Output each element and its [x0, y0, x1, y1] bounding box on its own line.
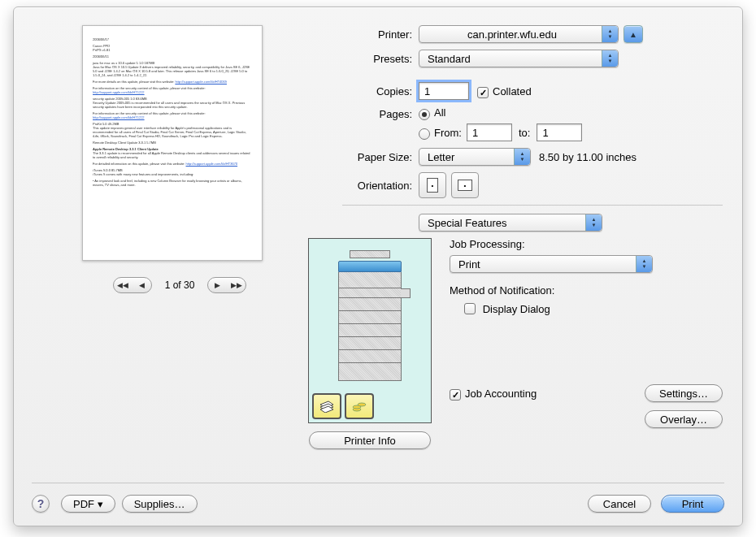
help-button[interactable]: ? [32, 495, 50, 513]
portrait-icon [427, 178, 438, 193]
coins-icon [345, 393, 374, 419]
preview-next-last[interactable]: ▶▶▶ [207, 277, 246, 293]
orientation-landscape-button[interactable] [451, 172, 479, 198]
printer-label: Printer: [342, 28, 419, 41]
collated-checkbox[interactable] [477, 87, 489, 98]
job-processing-select[interactable]: Print [450, 255, 653, 273]
job-processing-label: Job Processing: [450, 238, 723, 250]
orientation-label: Orientation: [342, 180, 419, 192]
pages-range-radio[interactable] [419, 128, 430, 140]
cancel-button[interactable]: Cancel [588, 495, 651, 513]
collapse-toggle-button[interactable]: ▲ [623, 25, 643, 43]
pages-from-input[interactable] [467, 123, 512, 141]
paper-size-select[interactable]: Letter [419, 148, 531, 166]
preview-nav: ◀◀◀ 1 of 30 ▶▶▶ [58, 277, 302, 293]
copies-input[interactable] [419, 82, 469, 100]
pages-from-label: From: [434, 127, 462, 139]
footer-divider [32, 483, 724, 483]
printer-illustration [308, 238, 432, 423]
settings-button[interactable]: Settings… [645, 384, 723, 402]
chevron-updown-icon [602, 50, 618, 67]
chevron-updown-icon [585, 214, 602, 231]
job-accounting-checkbox[interactable] [450, 389, 461, 401]
paper-size-label: Paper Size: [342, 151, 419, 163]
presets-value: Standard [428, 53, 471, 65]
paper-size-value: Letter [428, 151, 454, 163]
preview-first-prev[interactable]: ◀◀◀ [113, 277, 152, 293]
collated-label: Collated [493, 85, 532, 97]
chevron-updown-icon [514, 149, 530, 165]
presets-select[interactable]: Standard [419, 50, 619, 67]
section-divider [342, 205, 723, 206]
overlay-button[interactable]: Overlay… [645, 410, 723, 428]
preview-page-indicator: 1 of 30 [165, 279, 195, 291]
printer-info-button[interactable]: Printer Info [309, 431, 431, 449]
options-panel-value: Special Features [428, 217, 507, 229]
display-dialog-checkbox[interactable] [464, 303, 476, 314]
chevron-updown-icon [636, 256, 652, 272]
pages-all-label: All [434, 106, 445, 119]
printer-value: can.printer.wfu.edu [467, 28, 557, 41]
presets-label: Presets: [342, 53, 419, 65]
print-dialog: 2006/06/17 Canon PPDPriPG v1.81 2006/06/… [13, 6, 743, 526]
notification-method-label: Method of Notification: [450, 284, 723, 297]
chevron-updown-icon [602, 26, 618, 42]
paper-dimensions: 8.50 by 11.00 inches [539, 151, 637, 163]
pages-all-radio[interactable] [419, 109, 430, 120]
print-button[interactable]: Print [661, 495, 724, 513]
display-dialog-label: Display Dialog [483, 303, 550, 315]
preview-page: 2006/06/17 Canon PPDPriPG v1.81 2006/06/… [82, 25, 263, 261]
copies-label: Copies: [342, 85, 419, 97]
job-accounting-label: Job Accounting [465, 388, 537, 400]
options-panel-select[interactable]: Special Features [419, 214, 602, 232]
orientation-portrait-button[interactable] [419, 172, 446, 198]
pages-to-input[interactable] [537, 123, 582, 141]
job-processing-value: Print [458, 258, 480, 271]
preview-pane: 2006/06/17 Canon PPDPriPG v1.81 2006/06/… [33, 25, 310, 449]
paper-stack-icon [312, 393, 341, 419]
svg-point-5 [358, 403, 366, 406]
pages-label: Pages: [342, 106, 419, 120]
landscape-icon [458, 180, 472, 191]
pages-to-label: to: [519, 127, 530, 139]
printer-select[interactable]: can.printer.wfu.edu [419, 25, 619, 43]
pdf-menu-button[interactable]: PDF ▾ [61, 495, 115, 513]
supplies-button[interactable]: Supplies… [122, 495, 198, 513]
